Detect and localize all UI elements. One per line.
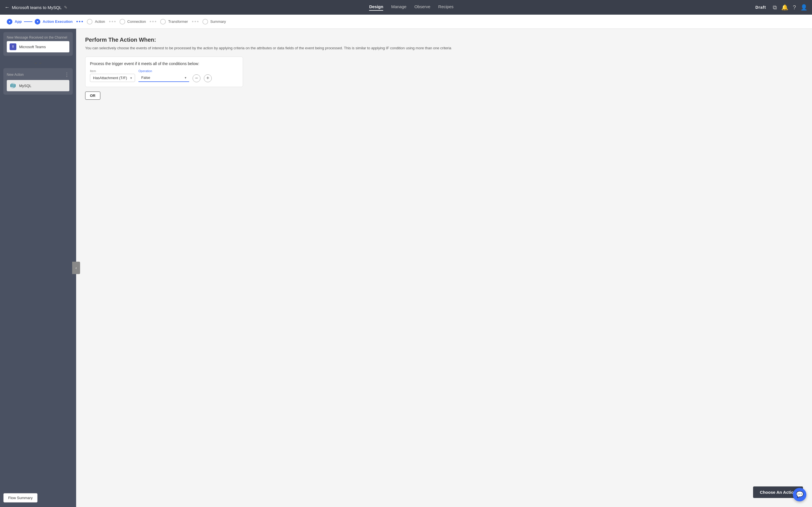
item-select[interactable]: HasAttachment (T/F) ▾ <box>90 74 135 82</box>
step-dots-4 <box>190 21 200 22</box>
condition-row: Item HasAttachment (T/F) ▾ Operation Fal… <box>90 69 238 82</box>
operation-column-label: Operation <box>139 69 189 73</box>
back-button[interactable]: ← Microsoft teams to MySQL ✎ <box>4 4 67 10</box>
item-column: Item HasAttachment (T/F) ▾ <box>90 69 135 82</box>
step-transformer[interactable]: Transformer <box>158 19 190 24</box>
step-action[interactable]: Action <box>85 19 107 24</box>
dot-5 <box>112 21 113 22</box>
user-icon[interactable]: 👤 <box>801 4 808 11</box>
expand-icon: ⌄⌄ <box>33 59 43 65</box>
dot-11 <box>195 21 196 22</box>
step-label-action-execution: Action Execution <box>43 19 72 24</box>
nav-recipes[interactable]: Recipes <box>438 4 453 11</box>
action-menu-icon[interactable]: ⋮ <box>64 71 69 78</box>
or-button[interactable]: OR <box>85 92 100 100</box>
bell-icon[interactable]: 🔔 <box>781 4 788 11</box>
step-circle-summary <box>202 19 208 24</box>
remove-condition-button[interactable]: − <box>193 74 200 82</box>
dot-9 <box>155 21 156 22</box>
item-column-label: Item <box>90 69 135 73</box>
dot-10 <box>192 21 193 22</box>
nav-center: Design Manage Observe Recipes <box>369 4 453 11</box>
step-circle-transformer <box>160 19 166 24</box>
action-card: New Action ⋮ MySQL <box>3 68 73 95</box>
main-layout: New Message Received on the Channel T Mi… <box>0 29 812 507</box>
dot-6 <box>114 21 116 22</box>
mysql-icon <box>10 82 16 89</box>
action-label: New Action <box>7 73 24 76</box>
action-service[interactable]: MySQL <box>7 80 69 91</box>
step-connector-1 <box>24 21 33 22</box>
step-summary[interactable]: Summary <box>200 19 229 24</box>
edit-icon[interactable]: ✎ <box>64 5 67 10</box>
operation-value: False <box>141 75 150 80</box>
nav-manage[interactable]: Manage <box>391 4 406 11</box>
operation-select-arrow: ▾ <box>185 76 186 80</box>
trigger-label: New Message Received on the Channel <box>7 36 69 40</box>
step-dots-2 <box>107 21 117 22</box>
flow-summary-button[interactable]: Flow Summary <box>3 493 38 503</box>
step-connection[interactable]: Connection <box>117 19 148 24</box>
dot-2 <box>79 21 80 22</box>
external-link-icon[interactable]: ⧉ <box>773 4 777 11</box>
trigger-service-name: Microsoft Teams <box>19 45 46 49</box>
step-app[interactable]: ● App <box>4 19 24 24</box>
step-label-connection: Connection <box>128 19 146 24</box>
teams-icon: T <box>10 43 16 50</box>
collapse-sidebar-button[interactable]: ‹ <box>72 262 80 274</box>
step-label-summary: Summary <box>210 19 226 24</box>
top-nav: ← Microsoft teams to MySQL ✎ Design Mana… <box>0 0 812 15</box>
nav-observe[interactable]: Observe <box>414 4 430 11</box>
sidebar: New Message Received on the Channel T Mi… <box>0 29 76 507</box>
back-icon: ← <box>4 4 10 10</box>
operation-select[interactable]: False ▾ <box>139 74 189 82</box>
main-content: Perform The Action When: You can selecti… <box>76 29 812 507</box>
nav-icons: ⧉ 🔔 ? 👤 <box>773 4 808 11</box>
chat-widget-button[interactable]: 💬 <box>793 488 806 501</box>
dot-8 <box>152 21 154 22</box>
step-dots-3 <box>148 21 158 22</box>
condition-label: Process the trigger event if it meets al… <box>90 61 238 66</box>
step-circle-connection <box>119 19 125 24</box>
action-card-header: New Action ⋮ <box>7 71 69 78</box>
step-action-execution[interactable]: ● Action Execution <box>33 19 75 24</box>
flow-title: Microsoft teams to MySQL <box>12 5 62 10</box>
add-condition-button[interactable]: + <box>204 74 212 82</box>
dot-4 <box>109 21 110 22</box>
operation-column: Operation False ▾ <box>139 69 189 82</box>
item-value: HasAttachment (T/F) <box>93 76 127 80</box>
section-title: Perform The Action When: <box>85 37 803 43</box>
step-dots-1 <box>75 21 85 22</box>
trigger-card: New Message Received on the Channel T Mi… <box>3 32 73 56</box>
help-icon[interactable]: ? <box>793 4 796 11</box>
step-label-transformer: Transformer <box>168 19 188 24</box>
draft-badge: Draft <box>755 5 766 10</box>
section-description: You can selectively choose the events of… <box>85 45 803 51</box>
condition-box: Process the trigger event if it meets al… <box>85 57 243 87</box>
dot-1 <box>77 21 78 22</box>
step-circle-app: ● <box>7 19 12 24</box>
stepper-bar: ● App ● Action Execution Action Connecti… <box>0 15 812 29</box>
item-select-arrow: ▾ <box>130 76 132 80</box>
step-circle-action-execution: ● <box>35 19 40 24</box>
nav-design[interactable]: Design <box>369 4 383 11</box>
dot-7 <box>150 21 151 22</box>
dot-12 <box>197 21 199 22</box>
trigger-service[interactable]: T Microsoft Teams <box>7 41 69 52</box>
dot-3 <box>82 21 83 22</box>
step-label-action: Action <box>95 19 105 24</box>
action-service-name: MySQL <box>19 83 31 88</box>
step-label-app: App <box>15 19 22 24</box>
step-circle-action <box>87 19 93 24</box>
